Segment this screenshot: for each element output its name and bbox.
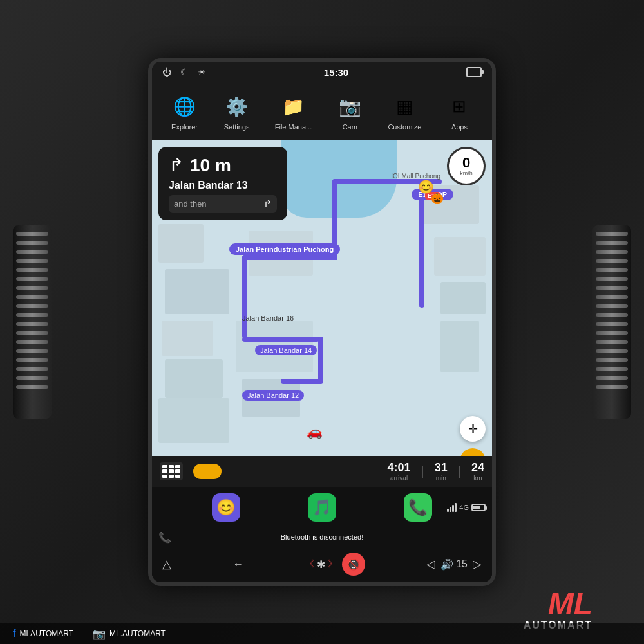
- turn-arrow-icon: ↱: [169, 155, 184, 176]
- nav-direction: ↱ 10 m: [169, 155, 277, 176]
- instagram-handle: ML.AUTOMART: [109, 629, 166, 638]
- apps-icon: ⊞: [445, 92, 473, 120]
- settings-label: Settings: [224, 123, 250, 131]
- compass-button[interactable]: ✛: [460, 416, 486, 442]
- bluetooth-phone-icon: 📞: [158, 531, 171, 544]
- apps-label: Apps: [451, 123, 468, 131]
- duration-info: 31 min: [435, 461, 448, 482]
- explorer-label: Explorer: [171, 123, 198, 131]
- distance-info: 24 km: [471, 461, 484, 482]
- map-area[interactable]: E11 LDP Jalan Perindustrian Puchong Jala…: [152, 140, 492, 487]
- road-label-16: Jalan Bandar 16: [242, 314, 294, 322]
- signal-area: 4G: [447, 503, 486, 512]
- phone-icon: 📞: [408, 498, 428, 516]
- back-button[interactable]: ←: [232, 558, 244, 571]
- nav-oval-button[interactable]: [193, 464, 222, 479]
- settings-icon: ⚙️: [223, 92, 251, 120]
- bluetooth-message: Bluetooth is disconnected!: [281, 533, 363, 541]
- end-call-button[interactable]: 📵: [342, 553, 365, 576]
- brand-ml: ML: [548, 589, 592, 620]
- nav-divider-1: |: [421, 464, 424, 479]
- speed-indicator: 0 km/h: [447, 147, 486, 185]
- nav-overlay: ↱ 10 m Jalan Bandar 13 and then ↱: [158, 147, 287, 220]
- nav-street: Jalan Bandar 13: [169, 180, 277, 191]
- waze-character-2: 🎃: [431, 192, 444, 204]
- control-bar: △ ← 《 ✱ 》 📵 ◁ 🔊 15 ▷: [152, 546, 492, 582]
- duration-value: 31: [435, 461, 448, 475]
- spotify-app-button[interactable]: 🎵: [308, 493, 336, 522]
- app-dock: 😊 🎵 📞 4G: [152, 487, 492, 528]
- cam-icon: 📷: [336, 92, 364, 120]
- moon-icon[interactable]: ☾: [180, 67, 189, 77]
- call-arrows-left: 《 ✱ 》: [305, 558, 337, 571]
- skip-back-button[interactable]: ◁: [426, 557, 435, 571]
- speed-unit: km/h: [460, 170, 473, 176]
- facebook-handle: MLAUTOMART: [19, 629, 73, 638]
- road-label-14: Jalan Bandar 14: [255, 346, 317, 354]
- route-tag-puchong: Jalan Perindustrian Puchong: [229, 243, 340, 255]
- skip-forward-button[interactable]: ▷: [473, 557, 482, 571]
- volume-area: 🔊 15: [440, 558, 468, 571]
- status-bar: ⏻ ☾ ☀ 15:30: [152, 62, 492, 82]
- nav-then: and then ↱: [169, 195, 277, 213]
- app-file-manager[interactable]: 📁 File Mana...: [275, 92, 312, 131]
- outer-frame: ⏻ ☾ ☀ 15:30 🌐 Explorer ⚙️ Settings 📁 Fil…: [0, 0, 644, 644]
- nav-bottom-bar: 4:01 arrival | 31 min | 24 km: [152, 456, 492, 487]
- signal-bars: [447, 503, 457, 512]
- instagram-link[interactable]: 📷 ML.AUTOMART: [93, 628, 166, 640]
- explorer-icon: 🌐: [171, 92, 199, 120]
- file-manager-label: File Mana...: [275, 123, 312, 131]
- left-vent: [13, 225, 52, 419]
- app-settings[interactable]: ⚙️ Settings: [223, 92, 251, 131]
- road-label-12: Jalan Bandar 12: [242, 392, 304, 399]
- app-apps[interactable]: ⊞ Apps: [445, 92, 473, 131]
- speed-value: 0: [462, 156, 470, 170]
- home-button[interactable]: △: [162, 557, 171, 571]
- distance-km-value: 24: [471, 461, 484, 475]
- arrival-info: 4:01 arrival: [388, 461, 411, 482]
- spotify-icon: 🎵: [312, 498, 332, 516]
- status-icons: ⏻ ☾ ☀: [162, 67, 206, 77]
- arrival-time: 4:01: [388, 461, 411, 475]
- then-label: and then: [174, 199, 207, 209]
- waze-car: 🚗: [307, 424, 323, 439]
- nav-distance: 10 m: [190, 155, 231, 176]
- facebook-link[interactable]: f MLAUTOMART: [13, 628, 73, 639]
- customize-icon: ▦: [390, 92, 419, 120]
- app-customize[interactable]: ▦ Customize: [388, 92, 421, 131]
- battery-icon: [466, 67, 482, 77]
- clock: 15:30: [324, 67, 348, 78]
- app-cam[interactable]: 📷 Cam: [336, 92, 364, 131]
- arrival-label: arrival: [390, 475, 408, 482]
- network-type: 4G: [459, 504, 469, 511]
- brightness-icon[interactable]: ☀: [198, 67, 206, 77]
- right-vent: [592, 225, 631, 419]
- social-bar: f MLAUTOMART 📷 ML.AUTOMART: [0, 623, 644, 644]
- app-bar: 🌐 Explorer ⚙️ Settings 📁 File Mana... 📷 …: [152, 82, 492, 140]
- nav-divider-2: |: [458, 464, 461, 479]
- then-arrow-icon: ↱: [263, 198, 272, 210]
- call-controls: 《 ✱ 》 📵: [305, 553, 365, 576]
- end-call-icon: 📵: [347, 558, 360, 571]
- volume-controls: ◁ 🔊 15 ▷: [426, 557, 482, 571]
- waze-app-button[interactable]: 😊: [212, 493, 240, 522]
- facebook-icon: f: [13, 628, 15, 639]
- bluetooth-bar: 📞 Bluetooth is disconnected!: [152, 528, 492, 546]
- app-explorer[interactable]: 🌐 Explorer: [171, 92, 199, 131]
- file-manager-icon: 📁: [279, 92, 307, 120]
- duration-label: min: [436, 475, 446, 482]
- phone-app-button[interactable]: 📞: [404, 493, 432, 522]
- distance-km-label: km: [473, 475, 482, 482]
- cam-label: Cam: [343, 123, 357, 131]
- power-icon[interactable]: ⏻: [162, 67, 171, 77]
- bluetooth-asterisk-icon: ✱: [317, 558, 325, 571]
- screen-bezel: ⏻ ☾ ☀ 15:30 🌐 Explorer ⚙️ Settings 📁 Fil…: [148, 58, 496, 586]
- volume-icon: 🔊: [440, 558, 453, 571]
- grid-button[interactable]: [160, 462, 183, 480]
- customize-label: Customize: [388, 123, 421, 131]
- waze-icon: 😊: [216, 498, 236, 516]
- instagram-icon: 📷: [93, 628, 106, 640]
- volume-level: 15: [456, 558, 468, 570]
